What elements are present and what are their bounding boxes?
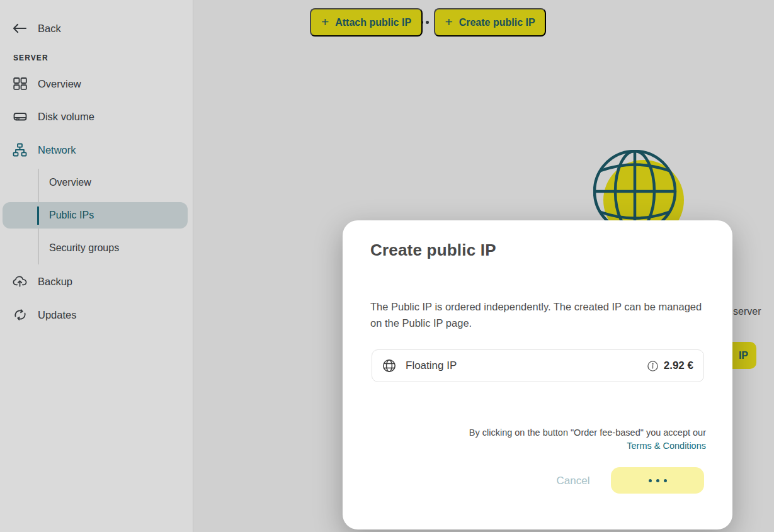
terms-and-conditions-link[interactable]: Terms & Conditions [627,441,706,451]
cancel-button[interactable]: Cancel [535,472,611,490]
terms-text: By clicking on the button "Order fee-bas… [441,426,706,453]
loading-dot [656,479,659,482]
option-price: 2.92 € [664,359,693,372]
dialog-title: Create public IP [370,241,496,260]
info-icon[interactable] [647,361,658,371]
option-label: Floating IP [406,359,638,372]
floating-ip-option[interactable]: Floating IP 2.92 € [372,349,704,382]
create-public-ip-dialog: Create public IP The Public IP is ordere… [343,220,732,529]
loading-dot [649,479,652,482]
dialog-description: The Public IP is ordered independently. … [370,298,710,331]
terms-sentence: By clicking on the button "Order fee-bas… [469,427,706,438]
order-fee-based-button[interactable] [611,467,704,494]
globe-icon [382,359,396,373]
loading-dot [664,479,667,482]
app-window: Back SERVER Overview [0,0,774,532]
